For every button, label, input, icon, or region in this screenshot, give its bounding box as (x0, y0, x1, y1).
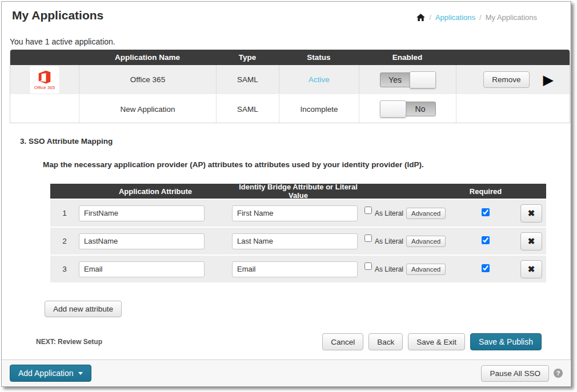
add-application-label: Add Application (18, 369, 74, 378)
app-window: My Applications / Applications / My Appl… (1, 1, 571, 387)
breadcrumb: / Applications / My Applications (416, 13, 537, 22)
main-content: My Applications / Applications / My Appl… (2, 2, 571, 359)
column-required: Required (455, 187, 516, 196)
footer-bar: Add Application Pause All SSO ? (2, 359, 571, 386)
home-icon[interactable] (416, 14, 425, 22)
as-literal-checkbox[interactable] (364, 262, 372, 270)
as-literal-checkbox[interactable] (364, 235, 372, 242)
column-identity-bridge-attribute: Identity Bridge Attribute or Literal Val… (232, 183, 364, 200)
save-exit-button[interactable]: Save & Exit (408, 333, 465, 350)
identity-bridge-attribute-input[interactable] (232, 205, 358, 221)
office-365-logo: Office 365 (30, 66, 59, 94)
sso-attribute-mapping-heading: 3. SSO Attribute Mapping (20, 137, 562, 146)
advanced-button[interactable]: Advanced (406, 236, 446, 247)
wizard-actions: NEXT: Review Setup Cancel Back Save & Ex… (36, 333, 542, 350)
column-type: Type (216, 53, 279, 62)
column-status: Status (279, 53, 359, 62)
required-checkbox[interactable] (482, 264, 490, 272)
required-checkbox[interactable] (482, 208, 490, 216)
application-attribute-input[interactable] (79, 233, 205, 249)
breadcrumb-current: My Applications (486, 13, 537, 22)
breadcrumb-link-applications[interactable]: Applications (435, 13, 475, 22)
pause-all-sso-button[interactable]: Pause All SSO (481, 365, 549, 382)
enabled-toggle[interactable]: Yes (380, 71, 436, 88)
advanced-button[interactable]: Advanced (406, 208, 446, 219)
applications-table-header: Application Name Type Status Enabled (10, 50, 570, 65)
breadcrumb-separator: / (429, 13, 431, 22)
row-number: 2 (50, 237, 79, 245)
office-365-caption: Office 365 (34, 85, 55, 90)
application-attribute-input[interactable] (79, 261, 205, 277)
enabled-toggle[interactable]: No (380, 100, 436, 118)
application-type: SAML (216, 95, 279, 123)
identity-bridge-attribute-input[interactable] (232, 261, 358, 277)
application-name: Office 365 (79, 65, 216, 94)
active-application-summary: You have 1 active application. (10, 37, 562, 46)
application-attribute-input[interactable] (79, 205, 205, 221)
identity-bridge-attribute-input[interactable] (232, 233, 358, 249)
next-step-label: NEXT: Review Setup (36, 338, 102, 346)
remove-button[interactable]: Remove (483, 71, 529, 88)
as-literal-label: As Literal (375, 237, 403, 245)
advanced-button[interactable]: Advanced (406, 264, 446, 275)
breadcrumb-separator: / (479, 13, 482, 22)
applications-table: Application Name Type Status Enabled Off… (10, 50, 570, 123)
attribute-row-3: 3 As Literal Advanced ✖ (50, 254, 546, 282)
save-publish-button[interactable]: Save & Publish (470, 333, 542, 350)
row-number: 1 (50, 209, 79, 217)
as-literal-label: As Literal (375, 209, 403, 217)
toggle-no-label: No (405, 102, 436, 116)
toggle-knob (410, 71, 436, 88)
attribute-row-1: 1 As Literal Advanced ✖ (50, 199, 546, 227)
add-application-button[interactable]: Add Application (10, 365, 91, 382)
as-literal-label: As Literal (375, 265, 403, 273)
column-application-attribute: Application Attribute (79, 187, 232, 196)
attribute-row-2: 2 As Literal Advanced ✖ (50, 227, 546, 254)
mapping-description: Map the necessary application provider (… (43, 160, 562, 169)
row-number: 3 (50, 265, 79, 273)
add-new-attribute-button[interactable]: Add new attribute (45, 301, 122, 317)
required-checkbox[interactable] (482, 236, 490, 244)
attribute-mapping-table: Application Attribute Identity Bridge At… (50, 184, 546, 282)
column-enabled: Enabled (359, 53, 456, 62)
page-title: My Applications (12, 9, 103, 22)
toggle-yes-label: Yes (380, 72, 411, 87)
column-application-name: Application Name (79, 53, 216, 62)
application-type: SAML (216, 65, 279, 94)
toggle-knob (380, 100, 406, 118)
application-status: Active (308, 75, 330, 84)
remove-attribute-button[interactable]: ✖ (520, 232, 543, 250)
attribute-table-header: Application Attribute Identity Bridge At… (50, 184, 546, 199)
expand-arrow-icon[interactable]: ▶ (543, 73, 554, 87)
caret-down-icon (78, 372, 83, 375)
page-header: My Applications / Applications / My Appl… (10, 2, 562, 22)
as-literal-checkbox[interactable] (364, 207, 372, 214)
office-365-icon (37, 70, 52, 84)
application-status: Incomplete (279, 95, 359, 123)
application-name: New Application (79, 95, 216, 123)
application-row-new: New Application SAML Incomplete No (10, 94, 570, 123)
cancel-button[interactable]: Cancel (322, 333, 363, 350)
remove-attribute-button[interactable]: ✖ (520, 204, 543, 223)
back-button[interactable]: Back (368, 333, 403, 350)
remove-attribute-button[interactable]: ✖ (520, 260, 543, 278)
application-row-office365: Office 365 Office 365 SAML Active Yes Re… (10, 65, 570, 94)
help-icon[interactable]: ? (554, 369, 563, 378)
